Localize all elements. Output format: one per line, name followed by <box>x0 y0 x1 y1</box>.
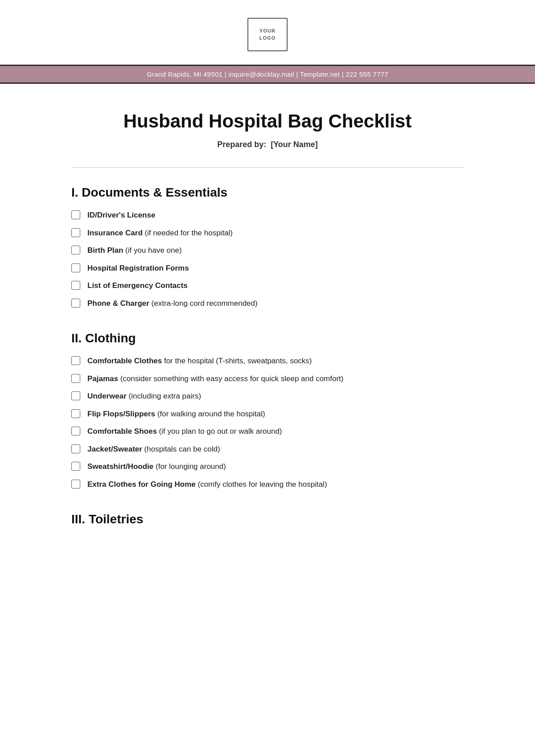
item-text: List of Emergency Contacts <box>87 280 188 292</box>
section-documents-title-area: I. Documents & Essentials <box>71 185 464 200</box>
title-divider <box>71 167 464 168</box>
page: YOUR LOGO Grand Rapids, MI 49501 | inqui… <box>0 0 535 756</box>
section-clothing-title-area: II. Clothing <box>71 331 464 345</box>
prepared-by-value: [Your Name] <box>271 140 318 149</box>
list-item: Comfortable Shoes (if you plan to go out… <box>71 426 464 437</box>
item-text: Comfortable Shoes (if you plan to go out… <box>87 426 282 437</box>
list-item: Birth Plan (if you have one) <box>71 245 464 256</box>
address-bar: Grand Rapids, MI 49501 | inquire@docklay… <box>0 66 535 82</box>
list-item: List of Emergency Contacts <box>71 280 464 292</box>
item-text: Flip Flops/Slippers (for walking around … <box>87 408 265 420</box>
checkbox[interactable] <box>71 427 80 436</box>
item-text: Comfortable Clothes for the hospital (T-… <box>87 355 312 367</box>
checkbox[interactable] <box>71 299 80 308</box>
item-text: Jacket/Sweater (hospitals can be cold) <box>87 444 220 455</box>
section-toiletries: III. Toiletries <box>71 512 464 526</box>
section-documents-list: ID/Driver's License Insurance Card (if n… <box>71 210 464 309</box>
section-clothing-title: II. Clothing <box>71 331 464 345</box>
list-item: Comfortable Clothes for the hospital (T-… <box>71 355 464 367</box>
list-item: Extra Clothes for Going Home (comfy clot… <box>71 479 464 490</box>
section-documents: I. Documents & Essentials ID/Driver's Li… <box>71 185 464 309</box>
list-item: Sweatshirt/Hoodie (for lounging around) <box>71 461 464 472</box>
checkbox[interactable] <box>71 444 80 453</box>
prepared-by: Prepared by: [Your Name] <box>71 140 464 149</box>
item-text: Birth Plan (if you have one) <box>87 245 182 256</box>
section-clothing-list: Comfortable Clothes for the hospital (T-… <box>71 355 464 490</box>
item-text: Hospital Registration Forms <box>87 263 189 274</box>
list-item: Pajamas (consider something with easy ac… <box>71 373 464 385</box>
logo-line1: YOUR <box>259 28 276 34</box>
top-lines: Grand Rapids, MI 49501 | inquire@docklay… <box>0 65 535 84</box>
section-toiletries-title: III. Toiletries <box>71 512 464 526</box>
checkbox[interactable] <box>71 210 80 219</box>
logo-box: YOUR LOGO <box>247 18 288 51</box>
list-item: ID/Driver's License <box>71 210 464 221</box>
checkbox[interactable] <box>71 281 80 290</box>
checkbox[interactable] <box>71 480 80 489</box>
logo-line2: LOGO <box>259 35 276 41</box>
item-text: Phone & Charger (extra-long cord recomme… <box>87 298 258 309</box>
checkbox[interactable] <box>71 228 80 237</box>
list-item: Flip Flops/Slippers (for walking around … <box>71 408 464 420</box>
checkbox[interactable] <box>71 409 80 418</box>
checkbox[interactable] <box>71 246 80 255</box>
section-toiletries-title-area: III. Toiletries <box>71 512 464 526</box>
item-text: Extra Clothes for Going Home (comfy clot… <box>87 479 327 490</box>
section-documents-title: I. Documents & Essentials <box>71 185 464 200</box>
main-content: Husband Hospital Bag Checklist Prepared … <box>0 84 535 756</box>
checkbox[interactable] <box>71 356 80 365</box>
document-title: Husband Hospital Bag Checklist <box>71 111 464 132</box>
logo-area: YOUR LOGO <box>0 0 535 65</box>
checkbox[interactable] <box>71 374 80 383</box>
item-text: Sweatshirt/Hoodie (for lounging around) <box>87 461 226 472</box>
list-item: Insurance Card (if needed for the hospit… <box>71 227 464 239</box>
list-item: Underwear (including extra pairs) <box>71 390 464 402</box>
prepared-by-label: Prepared by: <box>217 140 266 149</box>
list-item: Jacket/Sweater (hospitals can be cold) <box>71 444 464 455</box>
item-text: ID/Driver's License <box>87 210 155 221</box>
list-item: Hospital Registration Forms <box>71 263 464 274</box>
section-clothing: II. Clothing Comfortable Clothes for the… <box>71 331 464 490</box>
item-text: Underwear (including extra pairs) <box>87 390 201 402</box>
checkbox[interactable] <box>71 263 80 272</box>
checkbox[interactable] <box>71 391 80 400</box>
checkbox[interactable] <box>71 462 80 471</box>
address-text: Grand Rapids, MI 49501 | inquire@docklay… <box>147 70 388 78</box>
item-text: Pajamas (consider something with easy ac… <box>87 373 344 385</box>
item-text: Insurance Card (if needed for the hospit… <box>87 227 233 239</box>
list-item: Phone & Charger (extra-long cord recomme… <box>71 298 464 309</box>
